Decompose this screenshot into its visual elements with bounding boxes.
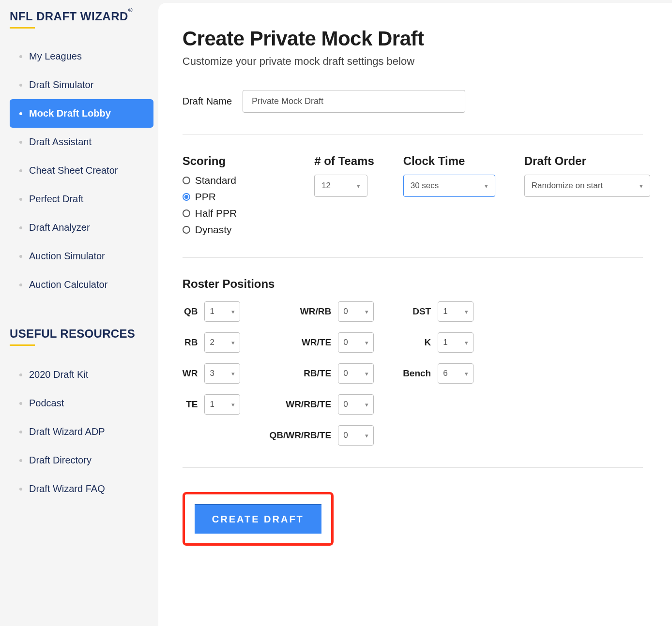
- resource-item-draft-directory[interactable]: Draft Directory: [10, 446, 153, 475]
- roster-column-2: WR/RB0▾WR/TE0▾RB/TE0▾WR/RB/TE0▾QB/WR/RB/…: [269, 301, 374, 446]
- roster-item-dst: DST1▾: [403, 301, 473, 322]
- bullet-icon: [19, 402, 22, 405]
- roster-select-wr-rb[interactable]: 0▾: [338, 301, 374, 322]
- resources-underline: [10, 344, 35, 346]
- sidebar-item-label: Draft Analyzer: [29, 222, 90, 233]
- roster-value: 1: [443, 338, 447, 347]
- divider: [183, 257, 643, 258]
- chevron-down-icon: ▾: [485, 182, 488, 190]
- bullet-icon: [19, 255, 22, 258]
- roster-pos-label: K: [424, 337, 431, 348]
- roster-item-k: K1▾: [403, 332, 473, 353]
- resource-item-label: 2020 Draft Kit: [29, 369, 88, 380]
- roster-select-qb[interactable]: 1▾: [204, 301, 240, 322]
- chevron-down-icon: ▾: [640, 182, 643, 190]
- bullet-icon: [19, 198, 22, 201]
- scoring-option-standard[interactable]: Standard: [183, 175, 237, 186]
- roster-select-te[interactable]: 1▾: [204, 394, 240, 415]
- roster-select-rb-te[interactable]: 0▾: [338, 363, 374, 384]
- roster-label: Roster Positions: [183, 277, 643, 291]
- chevron-down-icon: ▾: [465, 308, 468, 315]
- bullet-icon: [19, 283, 22, 286]
- sidebar-item-draft-assistant[interactable]: Draft Assistant: [10, 128, 153, 156]
- roster-item-wr-te: WR/TE0▾: [269, 332, 374, 353]
- sidebar-item-label: Auction Calculator: [29, 279, 107, 290]
- roster-item-rb-te: RB/TE0▾: [269, 363, 374, 384]
- roster-value: 1: [443, 307, 447, 316]
- roster-value: 0: [343, 400, 348, 409]
- order-select[interactable]: Randomize on start▾: [524, 175, 650, 197]
- resource-item-draft-wizard-adp[interactable]: Draft Wizard ADP: [10, 417, 153, 446]
- sidebar-item-label: Auction Simulator: [29, 251, 105, 262]
- roster-value: 1: [210, 400, 214, 409]
- teams-select[interactable]: 12▾: [314, 175, 367, 197]
- brand-underline: [10, 27, 35, 29]
- bullet-icon: [19, 459, 22, 462]
- roster-item-bench: Bench6▾: [403, 363, 473, 384]
- sidebar-nav: My LeaguesDraft SimulatorMock Draft Lobb…: [10, 42, 153, 299]
- resource-item-2020-draft-kit[interactable]: 2020 Draft Kit: [10, 360, 153, 389]
- roster-select-wr-te[interactable]: 0▾: [338, 332, 374, 353]
- chevron-down-icon: ▾: [231, 339, 235, 346]
- sidebar-item-label: Draft Assistant: [29, 136, 92, 148]
- roster-item-qb-wr-rb-te: QB/WR/RB/TE0▾: [269, 425, 374, 446]
- sidebar-item-my-leagues[interactable]: My Leagues: [10, 42, 153, 71]
- roster-value: 0: [343, 338, 348, 347]
- roster-value: 6: [443, 369, 447, 378]
- sidebar-item-cheat-sheet-creator[interactable]: Cheat Sheet Creator: [10, 156, 153, 185]
- roster-pos-label: QB/WR/RB/TE: [269, 430, 331, 441]
- roster-select-wr[interactable]: 3▾: [204, 363, 240, 384]
- divider: [183, 134, 643, 135]
- resource-item-draft-wizard-faq[interactable]: Draft Wizard FAQ: [10, 475, 153, 503]
- clock-select[interactable]: 30 secs▾: [403, 175, 495, 197]
- chevron-down-icon: ▾: [365, 339, 368, 346]
- roster-select-qb-wr-rb-te[interactable]: 0▾: [338, 425, 374, 446]
- roster-pos-label: WR/TE: [302, 337, 331, 348]
- brand-title: NFL DRAFT WIZARD®: [10, 10, 133, 23]
- draft-name-label: Draft Name: [183, 96, 232, 107]
- bullet-icon: [19, 169, 22, 172]
- roster-item-qb: QB1▾: [183, 301, 241, 322]
- page-title: Create Private Mock Draft: [183, 27, 643, 50]
- sidebar-item-auction-simulator[interactable]: Auction Simulator: [10, 242, 153, 270]
- bullet-icon: [19, 226, 22, 229]
- radio-label: Dynasty: [195, 224, 232, 236]
- order-label: Draft Order: [524, 154, 650, 168]
- roster-select-k[interactable]: 1▾: [438, 332, 473, 353]
- chevron-down-icon: ▾: [231, 370, 235, 377]
- sidebar-item-draft-analyzer[interactable]: Draft Analyzer: [10, 213, 153, 242]
- roster-select-dst[interactable]: 1▾: [438, 301, 473, 322]
- roster-item-wr-rb: WR/RB0▾: [269, 301, 374, 322]
- teams-label: # of Teams: [314, 154, 374, 168]
- radio-icon: [183, 226, 190, 234]
- roster-pos-label: TE: [186, 399, 198, 410]
- roster-pos-label: RB: [184, 337, 198, 348]
- bullet-icon: [19, 373, 22, 376]
- resource-item-podcast[interactable]: Podcast: [10, 389, 153, 417]
- sidebar-item-label: Cheat Sheet Creator: [29, 165, 118, 176]
- chevron-down-icon: ▾: [465, 339, 468, 346]
- scoring-option-half-ppr[interactable]: Half PPR: [183, 208, 237, 219]
- draft-name-input[interactable]: [243, 90, 465, 113]
- roster-select-bench[interactable]: 6▾: [438, 363, 473, 384]
- scoring-radio-group: StandardPPRHalf PPRDynasty: [183, 175, 237, 236]
- sidebar-item-auction-calculator[interactable]: Auction Calculator: [10, 270, 153, 299]
- roster-select-rb[interactable]: 2▾: [204, 332, 240, 353]
- sidebar-item-label: Perfect Draft: [29, 194, 83, 205]
- sidebar-item-draft-simulator[interactable]: Draft Simulator: [10, 71, 153, 99]
- page-subtitle: Customize your private mock draft settin…: [183, 55, 643, 68]
- radio-label: Standard: [195, 175, 236, 186]
- sidebar-item-perfect-draft[interactable]: Perfect Draft: [10, 185, 153, 213]
- chevron-down-icon: ▾: [365, 308, 368, 315]
- resources-nav: 2020 Draft KitPodcastDraft Wizard ADPDra…: [10, 360, 153, 503]
- sidebar-item-mock-draft-lobby[interactable]: Mock Draft Lobby: [10, 99, 153, 128]
- chevron-down-icon: ▾: [465, 370, 468, 377]
- bullet-icon: [19, 84, 22, 87]
- scoring-option-dynasty[interactable]: Dynasty: [183, 224, 237, 236]
- radio-label: PPR: [195, 191, 216, 203]
- create-draft-button[interactable]: CREATE DRAFT: [195, 504, 321, 534]
- roster-select-wr-rb-te[interactable]: 0▾: [338, 394, 374, 415]
- bullet-icon: [19, 488, 22, 491]
- resource-item-label: Draft Directory: [29, 455, 92, 466]
- scoring-option-ppr[interactable]: PPR: [183, 191, 237, 203]
